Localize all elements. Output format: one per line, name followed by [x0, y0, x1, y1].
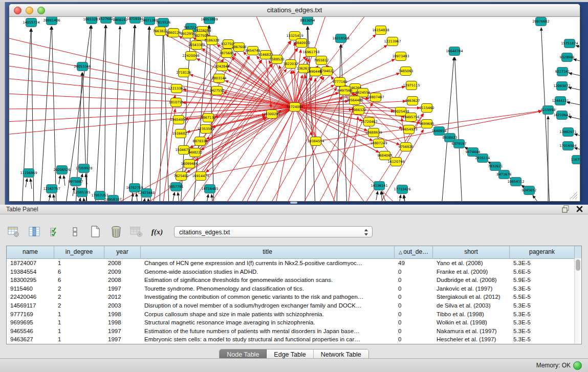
table-cell[interactable]: 2012 — [104, 293, 141, 301]
table-cell[interactable]: 19384554 — [7, 268, 54, 276]
graph-node[interactable]: 3875685 — [220, 49, 234, 58]
column-header-year[interactable]: year — [104, 246, 141, 258]
table-cell[interactable]: 5.3E-5 — [510, 327, 575, 336]
table-cell[interactable]: Estimation of the future numbers of pati… — [141, 327, 395, 336]
table-row[interactable]: 969969511998Structural magnetic resonanc… — [7, 318, 581, 327]
graph-node[interactable]: 2935114 — [475, 154, 490, 163]
table-cell[interactable]: 22420046 — [7, 293, 54, 301]
graph-node[interactable]: 10653287 — [83, 17, 100, 24]
graph-node[interactable]: 2803144 — [212, 74, 227, 83]
column-header-out_de[interactable]: △ out_de… — [395, 246, 433, 258]
column-header-title[interactable]: title — [141, 246, 395, 258]
graph-node[interactable]: 8878334 — [193, 137, 208, 146]
graph-node[interactable]: 7832621 — [488, 162, 503, 171]
table-row[interactable]: 946554611997Estimation of the future num… — [7, 327, 581, 336]
graph-node[interactable]: 9684067 — [378, 151, 393, 160]
resize-grip-icon[interactable] — [570, 192, 577, 199]
graph-node[interactable]: 16154838 — [372, 26, 389, 35]
table-cell[interactable]: Corpus callosum shape and size in male p… — [141, 310, 395, 319]
graph-node[interactable]: 1527602 — [99, 17, 114, 24]
table-source-select[interactable]: citations_edges.txt — [174, 226, 373, 237]
table-cell[interactable]: 0 — [395, 293, 433, 301]
graph-node[interactable]: 9245652 — [522, 186, 537, 195]
table-cell[interactable]: 2008 — [104, 259, 141, 268]
table-cell[interactable]: 1 — [54, 318, 104, 327]
graph-node[interactable]: 13992971 — [559, 128, 576, 137]
graph-node[interactable]: 15751874 — [561, 39, 578, 48]
table-cell[interactable]: 5.9E-5 — [510, 276, 575, 285]
network-graph[interactable]: 1405572420891406106532871527602846616110… — [9, 17, 580, 201]
table-panel-header[interactable]: Table Panel — [0, 205, 588, 214]
network-view-window[interactable]: citations_edges.txt 14055724208914061065… — [9, 4, 580, 202]
function-builder-button[interactable]: f(x) — [150, 225, 164, 238]
table-cell[interactable]: 5.3E-5 — [510, 259, 575, 268]
graph-node[interactable]: 17016504 — [559, 142, 576, 150]
table-cell[interactable]: 1998 — [104, 318, 141, 327]
row-selection-button[interactable] — [48, 225, 61, 238]
table-cell[interactable]: Tourette syndrome. Phenomenology and cla… — [141, 285, 395, 293]
graph-node[interactable]: 7663822 — [153, 27, 168, 36]
table-cell[interactable]: 5.3E-5 — [510, 285, 575, 293]
graph-node[interactable]: 9975887 — [69, 178, 83, 186]
graph-node[interactable]: 3822037 — [284, 60, 298, 69]
table-cell[interactable]: 5.6E-5 — [510, 268, 575, 276]
table-cell[interactable]: 2008 — [104, 276, 141, 285]
table-cell[interactable]: Hescheler et al. (1997) — [433, 335, 510, 344]
table-cell[interactable]: Yano et al. (2008) — [433, 259, 510, 268]
column-header-short[interactable]: short — [433, 246, 510, 258]
delete-column-button[interactable] — [110, 225, 123, 238]
table-cell[interactable]: de Silva et al. (2003) — [433, 301, 510, 310]
table-cell[interactable]: 1998 — [104, 310, 141, 319]
graph-node[interactable]: 7485063 — [399, 67, 413, 76]
column-visibility-button[interactable] — [28, 225, 41, 238]
window-titlebar[interactable]: citations_edges.txt — [9, 4, 580, 17]
table-cell[interactable]: 9777169 — [7, 310, 54, 319]
table-cell[interactable]: 9463627 — [7, 335, 54, 344]
graph-node[interactable]: 19716485 — [201, 185, 218, 193]
node-table[interactable]: namein_degreeyeartitle△ out_de…shortpage… — [6, 246, 582, 344]
table-cell[interactable]: Investigating the contribution of common… — [141, 293, 395, 301]
table-cell[interactable]: 5.3E-5 — [510, 318, 575, 327]
column-header-pagerank[interactable]: pagerank — [510, 246, 575, 258]
table-cell[interactable]: 0 — [395, 310, 433, 319]
graph-node[interactable]: 9777169 — [333, 78, 347, 86]
close-panel-icon[interactable] — [576, 206, 583, 212]
graph-node[interactable]: 3427552 — [210, 86, 225, 95]
graph-node[interactable]: 9756928 — [399, 143, 413, 151]
table-cell[interactable]: 49 — [395, 259, 433, 268]
graph-node[interactable]: 16961758 — [302, 48, 319, 57]
table-cell[interactable]: 9115460 — [7, 285, 54, 293]
table-cell[interactable]: Stergiakouli et al. (2012) — [433, 293, 510, 301]
table-cell[interactable]: 6 — [54, 268, 104, 276]
graph-node[interactable]: 20206526 — [53, 166, 70, 174]
table-cell[interactable]: Wolkin et al. (1998) — [433, 318, 510, 327]
float-panel-icon[interactable] — [562, 205, 570, 213]
graph-node[interactable]: 9857791 — [169, 183, 184, 191]
table-cell[interactable]: 1997 — [104, 285, 141, 293]
graph-node[interactable]: 8466161 — [113, 17, 128, 25]
graph-node[interactable]: 14136141 — [371, 182, 387, 190]
table-cell[interactable]: Tibbo et al. (1998) — [433, 310, 510, 319]
network-canvas[interactable]: 1405572420891406106532871527602846616110… — [9, 17, 580, 201]
graph-node[interactable]: 9242844 — [215, 62, 230, 71]
table-cell[interactable]: Jankovic et al. (1997) — [433, 285, 510, 293]
row-height-button[interactable] — [69, 225, 82, 238]
graph-node[interactable]: 8471676 — [497, 170, 512, 179]
graph-node[interactable]: 17359928 — [75, 164, 92, 173]
table-cell[interactable]: 2009 — [104, 268, 141, 276]
table-cell[interactable]: 6 — [54, 276, 104, 285]
graph-node[interactable]: 20876682 — [532, 17, 549, 26]
table-cell[interactable]: Dudbridge et al. (2008) — [433, 276, 510, 285]
table-row[interactable]: 1938455462009Genome-wide association stu… — [7, 268, 581, 276]
graph-node[interactable]: 1810755 — [169, 98, 184, 107]
table-row[interactable]: 977716911998Corpus callosum shape and si… — [7, 310, 581, 319]
table-cell[interactable]: 0 — [395, 327, 433, 336]
table-cell[interactable]: 18724007 — [7, 259, 54, 268]
graph-node[interactable]: 12505185 — [73, 188, 90, 197]
graph-node[interactable]: 9329966 — [560, 53, 575, 62]
table-cell[interactable]: 5.3E-5 — [510, 310, 575, 319]
graph-node[interactable]: 10654112 — [507, 178, 524, 186]
column-header-name[interactable]: name — [7, 246, 54, 258]
table-cell[interactable]: 2003 — [104, 301, 141, 310]
graph-node[interactable]: 20891406 — [43, 17, 60, 25]
